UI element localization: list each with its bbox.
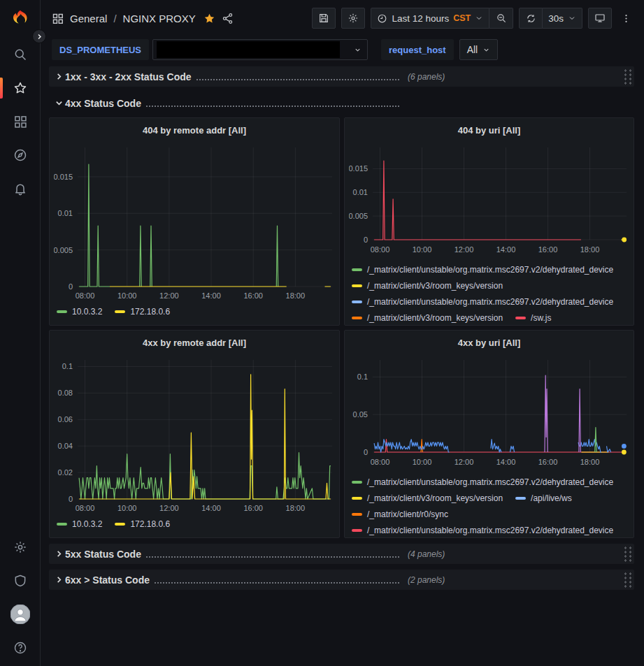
legend-series-swatch bbox=[352, 301, 362, 303]
legend-item[interactable]: /_matrix/client/v3/room_keys/version bbox=[352, 281, 503, 291]
header: General / NGINX PROXY Last 12 hours CST bbox=[41, 0, 644, 36]
row-title: 6xx > Status Code bbox=[65, 574, 150, 586]
apps-grid-icon bbox=[52, 13, 64, 24]
svg-text:14:00: 14:00 bbox=[496, 458, 516, 466]
svg-text:0.05: 0.05 bbox=[353, 410, 368, 419]
refresh-button[interactable] bbox=[519, 8, 543, 29]
favorite-star-icon[interactable] bbox=[203, 13, 215, 24]
variable-dropdown-request-host[interactable]: All bbox=[459, 39, 499, 60]
panel-4xx-by-uri: 4xx by uri [All] 00.050.108:0010:0012:00… bbox=[344, 330, 634, 538]
chevron-right-icon bbox=[52, 576, 65, 584]
panel-legend: 10.0.3.2172.18.0.6 bbox=[50, 304, 339, 317]
svg-text:0.08: 0.08 bbox=[58, 389, 73, 397]
row-title: 1xx - 3xx - 2xx Status Code bbox=[65, 71, 192, 82]
panel-legend: 10.0.3.2172.18.0.6 bbox=[50, 516, 339, 529]
panel-title[interactable]: 4xx by uri [All] bbox=[345, 331, 634, 354]
breadcrumb-section[interactable]: General bbox=[70, 13, 107, 24]
panel-title[interactable]: 404 by remote addr [All] bbox=[50, 118, 339, 142]
row-header-5xx[interactable]: 5xx Status Code (4 panels) bbox=[49, 544, 634, 564]
variable-dropdown-ds-prometheus[interactable] bbox=[152, 39, 368, 60]
chevron-down-icon bbox=[568, 14, 576, 22]
save-dashboard-button[interactable] bbox=[312, 8, 336, 29]
svg-text:0: 0 bbox=[69, 495, 73, 503]
breadcrumb-separator: / bbox=[113, 13, 116, 24]
panel-404-by-uri: 404 by uri [All] 00.0050.010.01508:0010:… bbox=[344, 117, 634, 326]
row-drag-handle[interactable] bbox=[623, 572, 632, 588]
explore-compass-icon[interactable] bbox=[0, 138, 41, 172]
svg-text:12:00: 12:00 bbox=[159, 504, 179, 512]
legend-series-swatch bbox=[352, 268, 362, 271]
row-header-6xx[interactable]: 6xx > Status Code (2 panels) bbox=[49, 570, 634, 590]
legend-item[interactable]: 172.18.0.6 bbox=[115, 519, 170, 529]
row-drag-handle[interactable] bbox=[623, 68, 632, 85]
row-drag-handle[interactable] bbox=[623, 546, 632, 563]
svg-text:0.1: 0.1 bbox=[62, 362, 73, 370]
timeseries-chart[interactable]: 00.0050.010.01508:0010:0012:0014:0016:00… bbox=[349, 142, 631, 262]
refresh-interval-picker[interactable]: 30s bbox=[543, 8, 582, 29]
dashboards-icon[interactable] bbox=[0, 105, 41, 138]
legend-item[interactable]: /_matrix/client/v3/room_keys/version bbox=[352, 493, 503, 503]
legend-item[interactable]: /_matrix/client/r0/sync bbox=[352, 509, 448, 519]
chevron-right-icon bbox=[52, 73, 65, 80]
legend-series-label: /api/live/ws bbox=[531, 493, 572, 503]
variable-label-ds-prometheus[interactable]: DS_PROMETHEUS bbox=[52, 39, 149, 60]
profile-avatar[interactable] bbox=[0, 598, 41, 631]
dashboard-settings-button[interactable] bbox=[341, 8, 365, 29]
alerting-bell-icon[interactable] bbox=[0, 172, 41, 205]
panel-title[interactable]: 404 by uri [All] bbox=[345, 118, 634, 142]
svg-text:10:00: 10:00 bbox=[413, 458, 432, 466]
legend-item[interactable]: 172.18.0.6 bbox=[115, 307, 170, 317]
legend-item[interactable]: /sw.js bbox=[515, 313, 551, 323]
legend-series-swatch bbox=[115, 310, 125, 313]
variable-label-request-host[interactable]: request_host bbox=[381, 39, 454, 60]
legend-item[interactable]: 10.0.3.2 bbox=[57, 519, 102, 529]
kebab-menu-button[interactable] bbox=[617, 8, 634, 29]
legend-item[interactable]: /_matrix/client/v3/room_keys/version bbox=[352, 313, 503, 323]
legend-row: /_matrix/client/v3/room_keys/version/sw.… bbox=[352, 313, 634, 323]
svg-text:12:00: 12:00 bbox=[455, 458, 474, 466]
dashboard-canvas: 1xx - 3xx - 2xx Status Code (6 panels) 4… bbox=[49, 66, 634, 666]
row-title: 5xx Status Code bbox=[65, 549, 141, 560]
dotted-leader bbox=[196, 79, 399, 80]
dotted-leader bbox=[146, 556, 399, 558]
svg-text:0.06: 0.06 bbox=[58, 415, 73, 424]
sidebar bbox=[0, 0, 41, 666]
tv-mode-button[interactable] bbox=[588, 8, 612, 29]
legend-series-swatch bbox=[515, 497, 526, 500]
row-header-4xx[interactable]: 4xx Status Code bbox=[49, 93, 634, 113]
svg-text:14:00: 14:00 bbox=[201, 291, 221, 300]
svg-text:18:00: 18:00 bbox=[580, 245, 600, 254]
share-icon[interactable] bbox=[222, 13, 234, 24]
configuration-gear-icon[interactable] bbox=[0, 530, 41, 564]
legend-item[interactable]: /api/live/ws bbox=[515, 493, 572, 503]
chevron-down-icon bbox=[52, 99, 65, 107]
panel-title[interactable]: 4xx by remote addr [All] bbox=[50, 331, 339, 354]
legend-series-label: /_matrix/client/unstable/org.matrix.msc2… bbox=[367, 477, 613, 487]
row-header-1xx-3xx-2xx[interactable]: 1xx - 3xx - 2xx Status Code (6 panels) bbox=[49, 66, 634, 87]
legend-item[interactable]: /_matrix/client/unstable/org.matrix.msc2… bbox=[352, 297, 613, 307]
legend-row: /_matrix/client/v3/room_keys/version bbox=[352, 281, 634, 291]
breadcrumb: General / NGINX PROXY bbox=[52, 13, 234, 24]
timeseries-chart[interactable]: 00.050.108:0010:0012:0014:0016:0018:00 bbox=[349, 354, 631, 475]
time-range-picker[interactable]: Last 12 hours CST bbox=[371, 8, 489, 29]
legend-item[interactable]: /_matrix/client/unstable/org.matrix.msc2… bbox=[352, 477, 613, 487]
svg-text:16:00: 16:00 bbox=[243, 291, 263, 300]
search-icon[interactable] bbox=[0, 38, 41, 71]
sidebar-expand-button[interactable] bbox=[32, 29, 46, 43]
legend-series-swatch bbox=[515, 317, 526, 319]
legend-item[interactable]: /_matrix/client/unstable/org.matrix.msc2… bbox=[352, 526, 613, 535]
timezone-label: CST bbox=[453, 13, 471, 23]
legend-series-swatch bbox=[352, 529, 362, 532]
svg-text:16:00: 16:00 bbox=[538, 245, 558, 254]
legend-series-swatch bbox=[352, 317, 362, 319]
starred-icon[interactable] bbox=[0, 71, 41, 105]
legend-item[interactable]: 10.0.3.2 bbox=[57, 307, 102, 317]
svg-text:18:00: 18:00 bbox=[286, 291, 306, 300]
breadcrumb-dashboard-title[interactable]: NGINX PROXY bbox=[123, 13, 196, 24]
zoom-out-time-button[interactable] bbox=[489, 8, 513, 29]
help-icon[interactable] bbox=[0, 631, 41, 665]
server-admin-shield-icon[interactable] bbox=[0, 564, 41, 598]
legend-item[interactable]: /_matrix/client/unstable/org.matrix.msc2… bbox=[352, 265, 613, 275]
timeseries-chart[interactable]: 00.0050.010.01508:0010:0012:0014:0016:00… bbox=[54, 142, 336, 304]
timeseries-chart[interactable]: 00.020.040.060.080.108:0010:0012:0014:00… bbox=[54, 354, 336, 516]
